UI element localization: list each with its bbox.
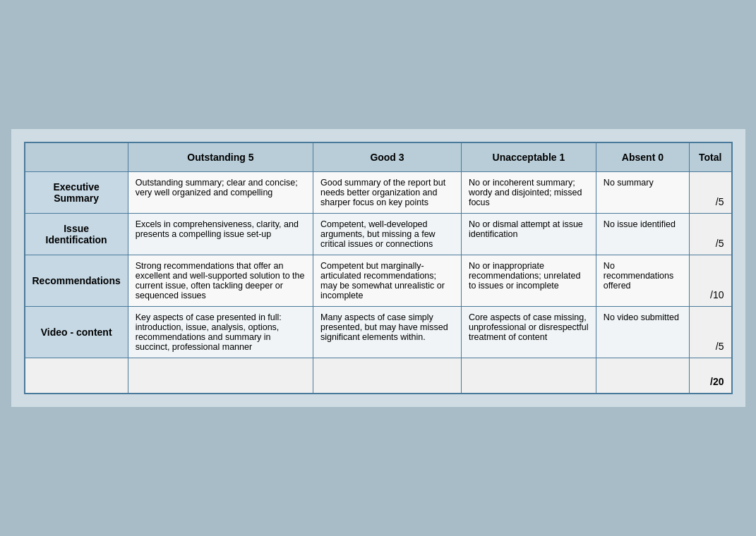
row-label-recommendations: Recommendations xyxy=(25,255,128,307)
header-row: Outstanding 5 Good 3 Unacceptable 1 Abse… xyxy=(25,142,732,172)
total-recommendations: /10 xyxy=(690,255,732,307)
unacceptable-issue: No or dismal attempt at issue identifica… xyxy=(461,214,596,255)
row-label-issue: IssueIdentification xyxy=(25,214,128,255)
outstanding-video: Key aspects of case presented in full: i… xyxy=(128,307,313,358)
final-empty-4 xyxy=(461,358,596,394)
final-empty-2 xyxy=(128,358,313,394)
header-total: Total xyxy=(690,142,732,172)
table-row: Recommendations Strong recommendations t… xyxy=(25,255,732,307)
header-absent: Absent 0 xyxy=(596,142,689,172)
absent-video: No video submitted xyxy=(596,307,689,358)
unacceptable-recommendations: No or inappropriate recommendations; unr… xyxy=(461,255,596,307)
header-outstanding: Outstanding 5 xyxy=(128,142,313,172)
table-row: IssueIdentification Excels in comprehens… xyxy=(25,214,732,255)
outstanding-executive: Outstanding summary; clear and concise; … xyxy=(128,172,313,214)
final-empty-3 xyxy=(313,358,462,394)
row-label-executive: ExecutiveSummary xyxy=(25,172,128,214)
table-row: ExecutiveSummary Outstanding summary; cl… xyxy=(25,172,732,214)
good-recommendations: Competent but marginally-articulated rec… xyxy=(313,255,462,307)
absent-executive: No summary xyxy=(596,172,689,214)
good-issue: Competent, well-developed arguments, but… xyxy=(313,214,462,255)
total-issue: /5 xyxy=(690,214,732,255)
good-video: Many aspects of case simply presented, b… xyxy=(313,307,462,358)
row-label-video: Video - content xyxy=(25,307,128,358)
final-empty-1 xyxy=(25,358,128,394)
total-executive: /5 xyxy=(690,172,732,214)
unacceptable-video: Core aspects of case missing, unprofessi… xyxy=(461,307,596,358)
absent-issue: No issue identified xyxy=(596,214,689,255)
outstanding-issue: Excels in comprehensiveness, clarity, an… xyxy=(128,214,313,255)
absent-recommendations: No recommendations offered xyxy=(596,255,689,307)
final-row: /20 xyxy=(25,358,732,394)
unacceptable-executive: No or incoherent summary; wordy and disj… xyxy=(461,172,596,214)
total-video: /5 xyxy=(690,307,732,358)
header-unacceptable: Unacceptable 1 xyxy=(461,142,596,172)
header-good: Good 3 xyxy=(313,142,462,172)
rubric-table: Outstanding 5 Good 3 Unacceptable 1 Abse… xyxy=(24,142,733,394)
table-wrapper: Outstanding 5 Good 3 Unacceptable 1 Abse… xyxy=(11,129,745,407)
final-empty-5 xyxy=(596,358,689,394)
outstanding-recommendations: Strong recommendations that offer an exc… xyxy=(128,255,313,307)
header-empty xyxy=(25,142,128,172)
table-row: Video - content Key aspects of case pres… xyxy=(25,307,732,358)
good-executive: Good summary of the report but needs bet… xyxy=(313,172,462,214)
final-total: /20 xyxy=(690,358,732,394)
